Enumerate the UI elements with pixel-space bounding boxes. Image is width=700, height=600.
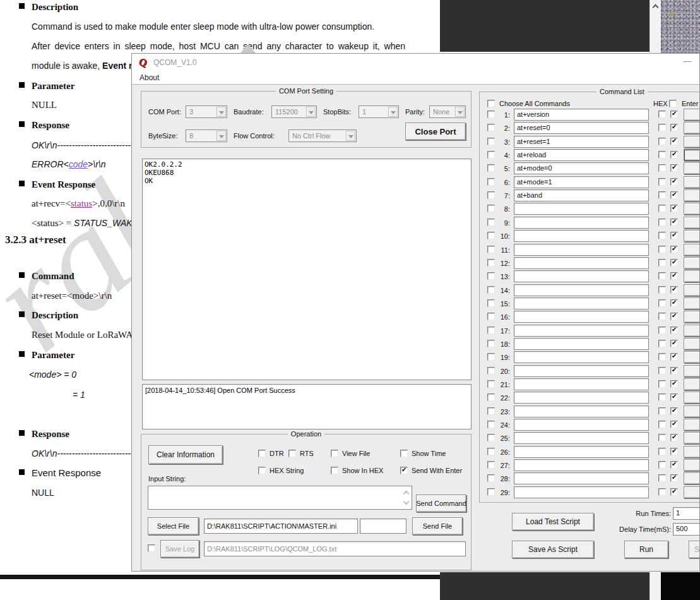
send-command-2-button[interactable]: 2 <box>684 122 700 134</box>
hex-checkbox[interactable] <box>658 138 666 145</box>
send-command-5-button[interactable]: 5 <box>684 162 700 174</box>
command-input[interactable] <box>514 405 649 417</box>
hex-checkbox[interactable] <box>658 474 666 482</box>
hex-checkbox[interactable] <box>658 313 666 320</box>
show-in-hex-checkbox[interactable] <box>331 467 338 474</box>
enter-checkbox[interactable] <box>670 393 678 401</box>
send-command-23-button[interactable]: 23 <box>684 405 700 417</box>
enter-checkbox[interactable] <box>670 124 678 131</box>
command-input[interactable] <box>514 270 649 282</box>
command-input[interactable] <box>514 325 649 337</box>
flow-control-select[interactable]: No Ctrl Flow <box>288 129 357 142</box>
hex-checkbox[interactable] <box>658 407 666 415</box>
hex-checkbox[interactable] <box>658 421 666 428</box>
command-input[interactable] <box>514 217 649 229</box>
send-command-12-button[interactable]: 12 <box>684 257 700 269</box>
hex-checkbox[interactable] <box>658 191 666 199</box>
enter-checkbox[interactable] <box>670 138 678 145</box>
delay-time-input[interactable]: 500 <box>673 523 700 536</box>
send-command-4-button[interactable]: 4 <box>684 149 700 161</box>
send-command-9-button[interactable]: 9 <box>684 217 700 229</box>
save-as-script-button[interactable]: Save As Script <box>512 541 594 558</box>
enter-checkbox[interactable] <box>670 164 678 172</box>
enter-checkbox[interactable] <box>670 340 678 347</box>
hex-checkbox[interactable] <box>658 340 666 347</box>
send-command-28-button[interactable]: 28 <box>684 472 700 484</box>
send-command-13-button[interactable]: 13 <box>684 270 700 282</box>
minimize-button[interactable]: — <box>682 56 693 68</box>
hex-checkbox[interactable] <box>658 205 666 212</box>
send-file-button[interactable]: Send File <box>412 517 463 535</box>
enter-checkbox[interactable] <box>670 232 678 239</box>
send-command-11-button[interactable]: 11 <box>684 244 700 256</box>
command-input[interactable] <box>514 486 649 498</box>
send-command-29-button[interactable]: 29 <box>684 486 700 498</box>
enter-checkbox[interactable] <box>670 246 678 253</box>
command-input[interactable]: at+reload <box>514 149 649 161</box>
hex-checkbox[interactable] <box>658 286 666 294</box>
command-input[interactable]: at+reset=1 <box>514 136 649 148</box>
close-port-button[interactable]: Close Port <box>405 123 466 140</box>
terminal-output[interactable]: OK2.0.2.2 OKEU868 OK <box>142 159 472 380</box>
command-input[interactable] <box>514 338 649 350</box>
hex-checkbox[interactable] <box>658 178 666 186</box>
doc-link[interactable]: code <box>69 159 88 169</box>
enter-checkbox[interactable] <box>670 178 678 186</box>
enter-checkbox[interactable] <box>670 313 678 320</box>
command-input[interactable] <box>514 432 649 444</box>
hex-checkbox[interactable] <box>658 219 666 226</box>
save-log-checkbox[interactable] <box>148 544 155 552</box>
enter-checkbox[interactable] <box>670 219 678 226</box>
scroll-up-icon[interactable] <box>403 491 410 497</box>
command-input[interactable] <box>514 230 649 242</box>
file-path-field[interactable]: D:\RAK811\SCRIPT\ACTION\MASTER.ini <box>204 519 358 534</box>
command-input[interactable] <box>514 297 649 309</box>
hex-checkbox[interactable] <box>658 393 666 401</box>
hex-checkbox[interactable] <box>658 367 666 375</box>
scroll-down-icon[interactable] <box>403 499 410 505</box>
command-input[interactable] <box>514 203 649 215</box>
enter-checkbox[interactable] <box>670 380 678 388</box>
show-time-checkbox[interactable] <box>400 450 408 457</box>
com-port-select[interactable]: 3 <box>186 105 227 118</box>
hex-checkbox[interactable] <box>658 272 666 280</box>
command-input[interactable]: at+reset=0 <box>514 122 649 134</box>
send-command-17-button[interactable]: 17 <box>684 325 700 337</box>
send-command-19-button[interactable]: 19 <box>684 351 700 363</box>
command-input[interactable] <box>514 311 649 323</box>
choose-all-checkbox[interactable] <box>487 100 495 107</box>
command-input[interactable]: at+band <box>514 189 649 201</box>
send-command-16-button[interactable]: 16 <box>684 311 700 323</box>
send-command-27-button[interactable]: 27 <box>684 459 700 471</box>
enter-checkbox[interactable] <box>670 448 678 455</box>
hex-checkbox[interactable] <box>658 246 666 253</box>
enter-checkbox[interactable] <box>670 367 678 375</box>
hex-checkbox[interactable] <box>658 151 666 159</box>
command-input[interactable] <box>514 419 649 431</box>
command-input[interactable] <box>514 244 649 256</box>
enter-checkbox[interactable] <box>670 421 678 428</box>
command-input[interactable] <box>514 351 649 363</box>
hex-checkbox[interactable] <box>658 164 666 172</box>
send-command-8-button[interactable]: 8 <box>684 203 700 215</box>
send-command-15-button[interactable]: 15 <box>684 297 700 309</box>
log-output[interactable]: [2018-04-14_10:53:46] Open COM Port Succ… <box>142 384 472 429</box>
command-input[interactable] <box>514 284 649 296</box>
send-command-6-button[interactable]: 6 <box>684 176 700 188</box>
send-command-26-button[interactable]: 26 <box>684 446 700 458</box>
command-input[interactable]: at+mode=1 <box>514 176 649 188</box>
send-command-25-button[interactable]: 25 <box>684 432 700 444</box>
select-file-button[interactable]: Select File <box>148 517 199 535</box>
hex-checkbox[interactable] <box>658 327 666 334</box>
parity-select[interactable]: None <box>429 105 466 118</box>
enter-checkbox[interactable] <box>670 151 678 159</box>
command-input[interactable]: at+version <box>514 109 649 121</box>
run-times-input[interactable]: 1 <box>673 507 700 520</box>
hex-checkbox[interactable] <box>658 259 666 267</box>
command-input[interactable]: at+mode=0 <box>514 162 649 174</box>
send-command-7-button[interactable]: 7 <box>684 189 700 201</box>
hex-checkbox[interactable] <box>658 353 666 361</box>
hex-checkbox[interactable] <box>658 434 666 441</box>
enter-checkbox[interactable] <box>670 299 678 307</box>
hex-checkbox[interactable] <box>658 380 666 388</box>
